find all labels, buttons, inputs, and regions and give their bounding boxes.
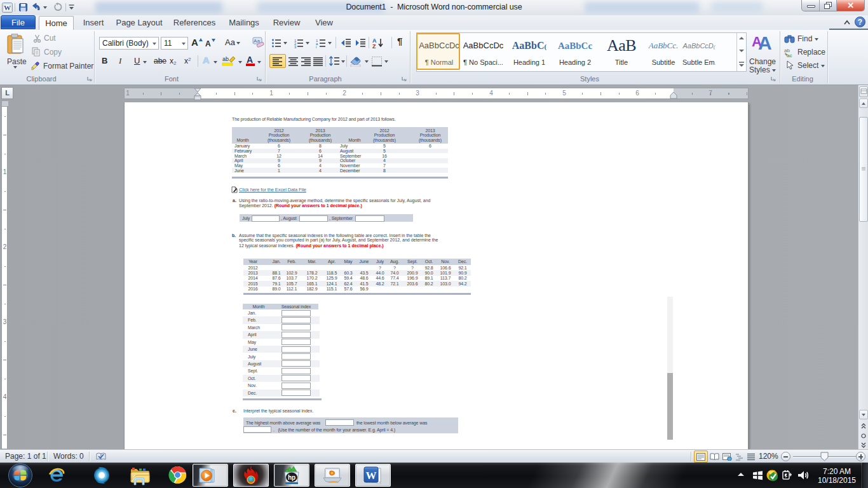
svg-text:hp: hp	[288, 474, 295, 481]
svg-text:W: W	[4, 4, 11, 11]
svg-text:i: i	[316, 45, 316, 49]
svg-text:ab: ab	[222, 56, 229, 62]
svg-text:Aa: Aa	[254, 38, 260, 44]
svg-text:ac: ac	[787, 53, 792, 57]
svg-text:3: 3	[294, 45, 297, 49]
svg-text:Z: Z	[372, 43, 376, 48]
svg-text:W: W	[366, 470, 377, 482]
